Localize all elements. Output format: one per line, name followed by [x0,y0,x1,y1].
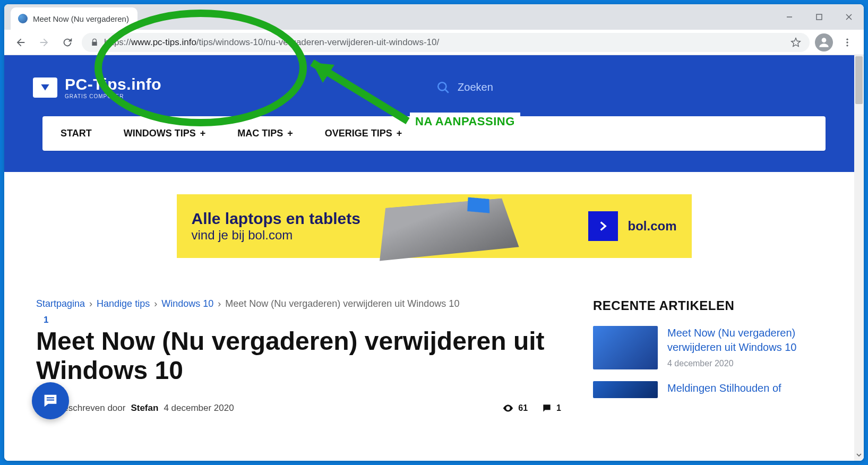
recent-article-item[interactable]: Meet Now (Nu vergaderen) verwijderen uit… [593,326,832,369]
ad-subline: vind je bij bol.com [192,228,360,243]
svg-point-8 [438,82,446,90]
article-date: 4 december 2020 [164,403,234,414]
titlebar: Meet Now (Nu vergaderen) [4,4,864,30]
maximize-button[interactable] [804,6,834,28]
vertical-scrollbar[interactable] [854,55,864,461]
nav-mac-tips[interactable]: MAC TIPS + [221,116,309,151]
chat-fab[interactable] [32,382,69,419]
url-text: https://www.pc-tips.info/tips/windows-10… [104,37,439,48]
bookmark-star-icon[interactable] [790,37,801,48]
search-icon [436,81,450,94]
recent-thumb [593,326,658,369]
forward-button[interactable] [35,33,53,51]
search-input[interactable] [458,81,564,93]
ad-arrow-icon [588,211,618,241]
svg-point-5 [846,38,848,40]
scroll-down-arrow-icon[interactable] [854,450,864,460]
scroll-thumb[interactable] [855,56,863,104]
sidebar-heading: RECENTE ARTIKELEN [593,298,832,313]
logo-icon [33,78,57,98]
comment-count[interactable]: 1 [542,403,561,414]
plus-icon: + [200,128,206,139]
browser-window: Meet Now (Nu vergaderen) [4,4,864,461]
recent-title: Meet Now (Nu vergaderen) verwijderen uit… [667,326,832,355]
breadcrumb-current: Meet Now (Nu vergaderen) verwijderen uit… [225,298,459,309]
address-bar[interactable]: https://www.pc-tips.info/tips/windows-10… [82,33,810,52]
sidebar: RECENTE ARTIKELEN Meet Now (Nu vergadere… [593,298,832,416]
svg-rect-1 [817,14,822,20]
browser-tab[interactable]: Meet Now (Nu vergaderen) [11,7,137,30]
profile-icon[interactable] [815,33,833,51]
chat-icon [41,392,59,410]
nav-windows-tips[interactable]: WINDOWS TIPS + [108,116,222,151]
logo-title: PC-Tips.info [65,75,161,93]
kebab-menu-icon[interactable] [838,33,856,51]
svg-point-4 [822,38,827,42]
breadcrumb-link[interactable]: Windows 10 [161,298,213,309]
toolbar: https://www.pc-tips.info/tips/windows-10… [4,30,864,55]
nav-start[interactable]: START [45,116,108,151]
plus-icon: + [287,128,293,139]
plus-icon: + [397,128,402,139]
breadcrumb: Startpagina › Handige tips › Windows 10 … [36,298,561,309]
ad-brand: bol.com [628,219,676,234]
site-logo[interactable]: PC-Tips.info GRATIS COMPUTER [23,70,171,105]
nav-overige-tips[interactable]: OVERIGE TIPS + [309,116,418,151]
breadcrumb-link[interactable]: Handige tips [97,298,150,309]
annotation-label: NA AANPASSING [410,113,520,131]
lock-icon [90,38,99,47]
reload-button[interactable] [58,33,76,51]
back-button[interactable] [12,33,30,51]
site-search [436,81,564,94]
share-count: 1 [44,315,561,325]
byline: Geschreven door Stefan 4 december 2020 6… [36,401,561,416]
recent-article-item[interactable]: Meldingen Stilhouden of [593,381,832,398]
svg-point-7 [846,45,848,46]
view-count: 61 [502,402,528,414]
author-name: Stefan [131,403,158,414]
recent-thumb [593,381,658,398]
page-body: Startpagina › Handige tips › Windows 10 … [4,278,864,426]
ad-banner[interactable]: Alle laptops en tablets vind je bij bol.… [177,194,692,258]
close-button[interactable] [834,6,864,28]
minimize-button[interactable] [775,6,804,28]
svg-line-9 [445,89,449,93]
window-controls [775,6,864,28]
breadcrumb-link[interactable]: Startpagina [36,298,85,309]
article-title: Meet Now (Nu vergaderen) verwijderen uit… [36,326,561,385]
main-column: Startpagina › Handige tips › Windows 10 … [36,298,561,416]
comment-icon [542,403,552,414]
ad-headline: Alle laptops en tablets [192,210,360,228]
logo-subtitle: GRATIS COMPUTER [65,93,161,99]
tab-title: Meet Now (Nu vergaderen) [33,14,129,23]
eye-icon [502,402,514,414]
ad-laptop-image [380,199,519,261]
recent-date: 4 december 2020 [667,359,832,368]
tab-favicon [18,14,28,23]
svg-point-6 [846,41,848,43]
recent-title: Meldingen Stilhouden of [667,381,781,395]
